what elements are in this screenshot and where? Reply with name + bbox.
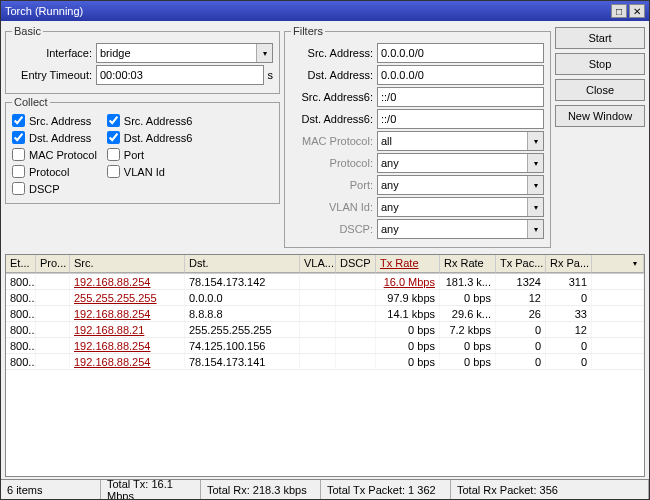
table-cell: 12	[496, 290, 546, 305]
filter-dst-addr-input[interactable]	[377, 65, 544, 85]
collect-dst-address[interactable]: Dst. Address	[12, 131, 97, 144]
col-rxrate[interactable]: Rx Rate	[440, 255, 496, 273]
col-menu[interactable]: ▾	[592, 255, 644, 273]
status-items: 6 items	[1, 480, 101, 499]
table-header: Et... Pro... Src. Dst. VLA... DSCP Tx Ra…	[6, 255, 644, 274]
table-cell	[300, 290, 336, 305]
table-cell: 255.255.255.255	[70, 290, 185, 305]
filter-mac-proto-combo[interactable]: all▾	[377, 131, 544, 151]
table-cell: 800...	[6, 338, 36, 353]
timeout-input[interactable]	[96, 65, 264, 85]
table-cell: 0 bps	[376, 354, 440, 369]
table-cell: 26	[496, 306, 546, 321]
close-icon[interactable]: ✕	[629, 4, 645, 18]
table-cell: 0	[496, 338, 546, 353]
filter-proto-combo[interactable]: any▾	[377, 153, 544, 173]
table-cell: 192.168.88.254	[70, 274, 185, 289]
col-eth[interactable]: Et...	[6, 255, 36, 273]
table-row[interactable]: 800...255.255.255.2550.0.0.097.9 kbps0 b…	[6, 290, 644, 306]
table-cell: 33	[546, 306, 592, 321]
checkbox-mac-proto[interactable]	[12, 148, 25, 161]
checkbox-src-addr[interactable]	[12, 114, 25, 127]
col-txpackets[interactable]: Tx Pac...	[496, 255, 546, 273]
table-cell: 78.154.173.141	[185, 354, 300, 369]
table-cell: 97.9 kbps	[376, 290, 440, 305]
table-cell: 8.8.8.8	[185, 306, 300, 321]
chevron-down-icon[interactable]: ▾	[527, 220, 543, 238]
table-cell	[592, 290, 644, 305]
col-src[interactable]: Src.	[70, 255, 185, 273]
table-row[interactable]: 800...192.168.88.25478.154.173.1410 bps0…	[6, 354, 644, 370]
status-total-rx: Total Rx: 218.3 kbps	[201, 480, 321, 499]
filter-vlan-label: VLAN Id:	[291, 201, 373, 213]
chevron-down-icon[interactable]: ▾	[527, 176, 543, 194]
checkbox-dscp[interactable]	[12, 182, 25, 195]
checkbox-src-addr6[interactable]	[107, 114, 120, 127]
filter-port-label: Port:	[291, 179, 373, 191]
col-txrate[interactable]: Tx Rate	[376, 255, 440, 273]
table-row[interactable]: 800...192.168.88.25474.125.100.1560 bps0…	[6, 338, 644, 354]
chevron-down-icon[interactable]: ▾	[527, 198, 543, 216]
col-vlan[interactable]: VLA...	[300, 255, 336, 273]
table-cell	[336, 306, 376, 321]
table-cell: 800...	[6, 274, 36, 289]
filter-src-addr6-label: Src. Address6:	[291, 91, 373, 103]
table-cell: 192.168.88.254	[70, 354, 185, 369]
collect-mac-protocol[interactable]: MAC Protocol	[12, 148, 97, 161]
table-cell: 1324	[496, 274, 546, 289]
filter-src-addr6-input[interactable]	[377, 87, 544, 107]
table-row[interactable]: 800...192.168.88.2548.8.8.814.1 kbps29.6…	[6, 306, 644, 322]
table-cell	[300, 306, 336, 321]
filter-dst-addr6-input[interactable]	[377, 109, 544, 129]
table-cell	[36, 274, 70, 289]
collect-src-address6[interactable]: Src. Address6	[107, 114, 192, 127]
close-button[interactable]: Close	[555, 79, 645, 101]
col-dscp[interactable]: DSCP	[336, 255, 376, 273]
interface-value: bridge	[97, 47, 256, 59]
table-row[interactable]: 800...192.168.88.25478.154.173.14216.0 M…	[6, 274, 644, 290]
collect-dscp[interactable]: DSCP	[12, 182, 97, 195]
new-window-button[interactable]: New Window	[555, 105, 645, 127]
collect-dst-address6[interactable]: Dst. Address6	[107, 131, 192, 144]
status-total-rx-packet: Total Rx Packet: 356	[451, 480, 649, 499]
collect-src-address[interactable]: Src. Address	[12, 114, 97, 127]
filter-dscp-combo[interactable]: any▾	[377, 219, 544, 239]
chevron-down-icon[interactable]: ▾	[256, 44, 272, 62]
col-dst[interactable]: Dst.	[185, 255, 300, 273]
checkbox-proto[interactable]	[12, 165, 25, 178]
table-cell: 16.0 Mbps	[376, 274, 440, 289]
chevron-down-icon[interactable]: ▾	[631, 259, 639, 268]
table-row[interactable]: 800...192.168.88.21255.255.255.2550 bps7…	[6, 322, 644, 338]
table-cell	[36, 354, 70, 369]
collect-port[interactable]: Port	[107, 148, 192, 161]
timeout-unit: s	[268, 69, 274, 81]
filter-src-addr-input[interactable]	[377, 43, 544, 63]
checkbox-dst-addr6[interactable]	[107, 131, 120, 144]
checkbox-vlan[interactable]	[107, 165, 120, 178]
minimize-icon[interactable]: □	[611, 4, 627, 18]
collect-protocol[interactable]: Protocol	[12, 165, 97, 178]
col-rxpackets[interactable]: Rx Pa...	[546, 255, 592, 273]
table-cell	[336, 290, 376, 305]
table-cell: 0	[546, 338, 592, 353]
table-cell: 800...	[6, 290, 36, 305]
interface-combo[interactable]: bridge ▾	[96, 43, 273, 63]
col-proto[interactable]: Pro...	[36, 255, 70, 273]
start-button[interactable]: Start	[555, 27, 645, 49]
checkbox-dst-addr[interactable]	[12, 131, 25, 144]
table-cell: 14.1 kbps	[376, 306, 440, 321]
checkbox-port[interactable]	[107, 148, 120, 161]
collect-vlan[interactable]: VLAN Id	[107, 165, 192, 178]
table-cell	[36, 290, 70, 305]
table-cell: 29.6 k...	[440, 306, 496, 321]
table-cell: 0 bps	[376, 338, 440, 353]
table-cell: 7.2 kbps	[440, 322, 496, 337]
table-cell	[300, 274, 336, 289]
filters-legend: Filters	[291, 25, 325, 37]
stop-button[interactable]: Stop	[555, 53, 645, 75]
basic-fieldset: Basic Interface: bridge ▾ Entry Timeout:…	[5, 25, 280, 94]
chevron-down-icon[interactable]: ▾	[527, 132, 543, 150]
filter-vlan-combo[interactable]: any▾	[377, 197, 544, 217]
chevron-down-icon[interactable]: ▾	[527, 154, 543, 172]
filter-port-combo[interactable]: any▾	[377, 175, 544, 195]
